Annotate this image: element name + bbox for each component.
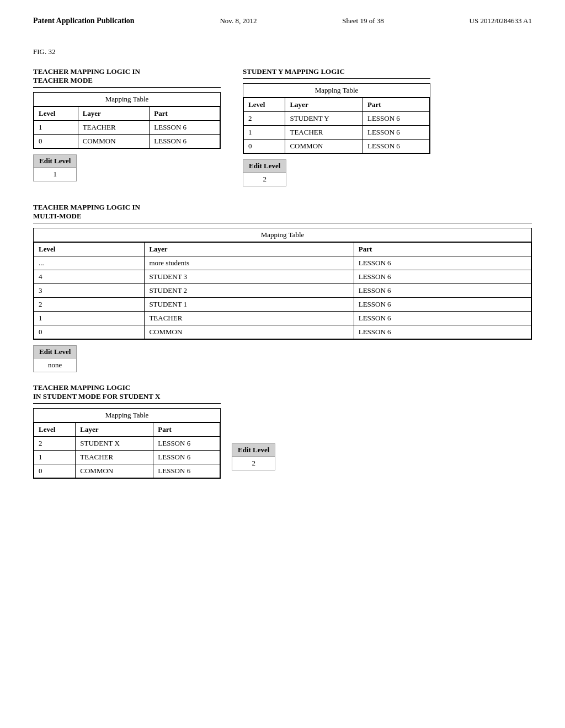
table-cell: LESSON 6 [150, 135, 220, 148]
table-row: 0COMMONLESSON 6 [244, 140, 430, 153]
multi-mode-section: TEACHER MAPPING LOGIC INMULTI-MODE Mappi… [33, 203, 532, 372]
table-cell: COMMON [285, 140, 363, 153]
table-row: 0COMMONLESSON 6 [34, 135, 220, 148]
multi-mode-title: TEACHER MAPPING LOGIC INMULTI-MODE [33, 203, 532, 223]
table-row: 2STUDENT XLESSON 6 [34, 437, 220, 451]
table-row: 0COMMONLESSON 6 [34, 325, 531, 339]
table-cell: TEACHER [145, 312, 354, 325]
student-mode-title: TEACHER MAPPING LOGICIN STUDENT MODE FOR… [33, 383, 221, 404]
multi-mode-table-container: Mapping Table Level Layer Part ...more s… [33, 228, 532, 340]
top-two-col: TEACHER MAPPING LOGIC INTEACHER MODE Map… [33, 67, 532, 186]
table-cell: COMMON [78, 135, 150, 148]
patent-number: US 2012/0284633 A1 [470, 17, 532, 25]
page-header: Patent Application Publication Nov. 8, 2… [33, 17, 532, 25]
table-cell: 4 [34, 270, 145, 284]
col-layer: Layer [145, 243, 354, 256]
sheet-label: Sheet 19 of 38 [342, 17, 383, 25]
student-mode-edit-level: Edit Level 2 [232, 441, 275, 470]
table-cell: LESSON 6 [354, 284, 531, 298]
student-y-section: STUDENT Y MAPPING LOGIC Mapping Table Le… [243, 67, 430, 186]
table-cell: LESSON 6 [354, 256, 531, 270]
student-y-table-title: Mapping Table [243, 84, 430, 98]
table-cell: LESSON 6 [363, 112, 429, 126]
multi-mode-edit-level: Edit Level none [33, 345, 77, 372]
teacher-mode-section: TEACHER MAPPING LOGIC INTEACHER MODE Map… [33, 67, 221, 186]
table-cell: 1 [244, 126, 285, 140]
table-row: 4STUDENT 3LESSON 6 [34, 270, 531, 284]
table-header-row: Level Layer Part [34, 107, 220, 121]
table-cell: TEACHER [285, 126, 363, 140]
col-part: Part [153, 423, 220, 437]
table-cell: 0 [34, 464, 76, 478]
table-cell: TEACHER [76, 451, 153, 464]
table-row: 2STUDENT 1LESSON 6 [34, 298, 531, 312]
table-cell: 2 [34, 298, 145, 312]
student-y-table-container: Mapping Table Level Layer Part 2STUDENT … [243, 83, 430, 154]
table-cell: STUDENT 3 [145, 270, 354, 284]
table-cell: 0 [34, 325, 145, 339]
table-cell: STUDENT 2 [145, 284, 354, 298]
multi-mode-table: Level Layer Part ...more studentsLESSON … [34, 242, 531, 339]
col-level: Level [34, 107, 78, 121]
table-cell: COMMON [76, 464, 153, 478]
col-layer: Layer [76, 423, 153, 437]
table-cell: STUDENT Y [285, 112, 363, 126]
student-mode-edit-level-box: Edit Level 2 [232, 443, 275, 470]
teacher-mode-edit-level-value: 1 [34, 168, 76, 181]
student-mode-table-title: Mapping Table [34, 409, 220, 422]
student-y-table: Level Layer Part 2STUDENT YLESSON 61TEAC… [243, 98, 430, 153]
col-part: Part [363, 98, 429, 112]
student-mode-edit-level-value: 2 [232, 457, 275, 470]
student-y-title: STUDENT Y MAPPING LOGIC [243, 67, 430, 79]
col-layer: Layer [285, 98, 363, 112]
multi-mode-edit-level-value: none [34, 358, 76, 372]
col-level: Level [34, 243, 145, 256]
table-cell: LESSON 6 [363, 126, 429, 140]
col-part: Part [150, 107, 220, 121]
fig-label: FIG. 32 [33, 47, 532, 56]
table-cell: STUDENT 1 [145, 298, 354, 312]
publication-label: Patent Application Publication [33, 17, 135, 25]
table-header-row: Level Layer Part [34, 243, 531, 256]
table-cell: LESSON 6 [354, 270, 531, 284]
table-cell: 2 [34, 437, 76, 451]
student-y-edit-level-label: Edit Level [243, 160, 286, 173]
table-cell: LESSON 6 [354, 312, 531, 325]
table-header-row: Level Layer Part [244, 98, 430, 112]
table-header-row: Level Layer Part [34, 423, 220, 437]
student-mode-table-container: Mapping Table Level Layer Part 2STUDENT … [33, 408, 221, 479]
table-cell: LESSON 6 [150, 121, 220, 135]
col-level: Level [34, 423, 76, 437]
teacher-mode-edit-level-label: Edit Level [34, 155, 76, 168]
table-cell: COMMON [145, 325, 354, 339]
table-cell: LESSON 6 [354, 325, 531, 339]
page: Patent Application Publication Nov. 8, 2… [0, 0, 565, 728]
col-layer: Layer [78, 107, 150, 121]
table-cell: ... [34, 256, 145, 270]
teacher-mode-table-container: Mapping Table Level Layer Part 1TEACHERL… [33, 92, 221, 149]
table-cell: 0 [244, 140, 285, 153]
table-cell: 0 [34, 135, 78, 148]
table-row: ...more studentsLESSON 6 [34, 256, 531, 270]
teacher-mode-title: TEACHER MAPPING LOGIC INTEACHER MODE [33, 67, 221, 88]
table-row: 3STUDENT 2LESSON 6 [34, 284, 531, 298]
student-mode-table: Level Layer Part 2STUDENT XLESSON 61TEAC… [34, 422, 220, 478]
table-row: 2STUDENT YLESSON 6 [244, 112, 430, 126]
table-row: 1TEACHERLESSON 6 [34, 312, 531, 325]
student-mode-bottom: Mapping Table Level Layer Part 2STUDENT … [33, 408, 532, 482]
table-cell: STUDENT X [76, 437, 153, 451]
student-y-edit-level-value: 2 [243, 173, 286, 186]
student-mode-edit-level-label: Edit Level [232, 444, 275, 457]
table-cell: LESSON 6 [153, 451, 220, 464]
table-cell: 2 [244, 112, 285, 126]
table-row: 1TEACHERLESSON 6 [244, 126, 430, 140]
table-cell: 1 [34, 121, 78, 135]
teacher-mode-edit-level: Edit Level 1 [33, 154, 77, 181]
table-cell: LESSON 6 [153, 437, 220, 451]
student-mode-section: TEACHER MAPPING LOGICIN STUDENT MODE FOR… [33, 383, 532, 482]
table-row: 0COMMONLESSON 6 [34, 464, 220, 478]
table-cell: more students [145, 256, 354, 270]
teacher-mode-table-title: Mapping Table [34, 93, 220, 106]
multi-mode-edit-level-label: Edit Level [34, 346, 76, 358]
table-row: 1TEACHERLESSON 6 [34, 451, 220, 464]
